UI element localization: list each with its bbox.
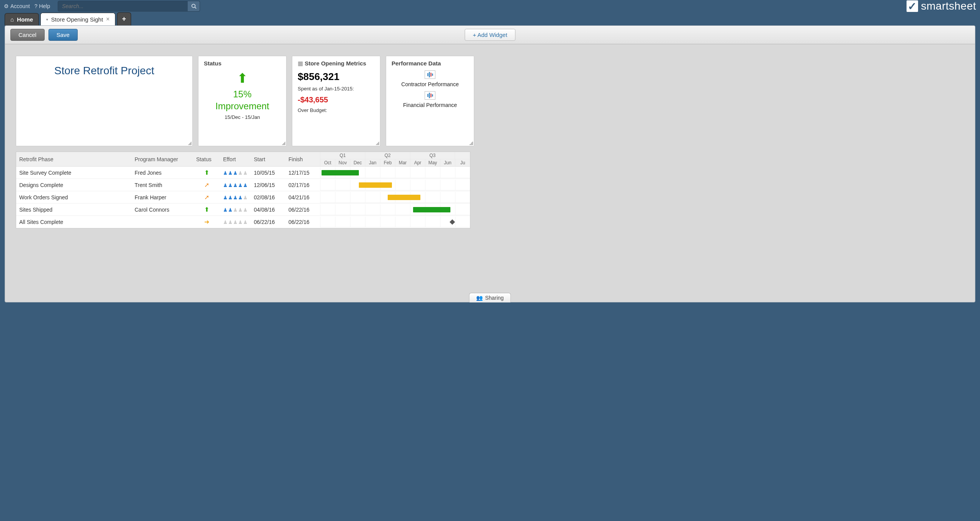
cell-pm: Carol Connors <box>132 204 193 216</box>
table-row[interactable]: Work Orders Signed Frank Harper ➚ ♟♟♟♟♟ … <box>16 191 470 204</box>
cell-finish: 06/22/16 <box>285 204 320 216</box>
cancel-button[interactable]: Cancel <box>10 29 45 41</box>
gantt-widget[interactable]: Retrofit Phase Program Manager Status Ef… <box>16 152 470 229</box>
status-arrow-icon: ➜ <box>204 219 209 225</box>
widget-row-1: Store Retrofit Project Status ⬆ 15% Impr… <box>16 56 964 146</box>
dashboard: Store Retrofit Project Status ⬆ 15% Impr… <box>5 44 975 240</box>
tab-bar: ⌂ Home ▾ Store Opening Sight × + <box>0 12 980 25</box>
account-link[interactable]: ⚙ Account <box>4 3 30 9</box>
perf-link-contractor[interactable]: Contractor Performance <box>392 81 468 87</box>
metrics-amount: $856,321 <box>298 71 375 83</box>
effort-indicator: ♟♟♟♟♟ <box>223 195 248 200</box>
col-phase[interactable]: Retrofit Phase <box>16 152 132 167</box>
gantt-row <box>320 167 470 178</box>
cell-effort: ♟♟♟♟♟ <box>220 204 251 216</box>
cell-finish: 12/17/15 <box>285 167 320 179</box>
gantt-bar <box>413 207 451 212</box>
cell-phase: Work Orders Signed <box>16 191 132 204</box>
resize-handle[interactable] <box>188 141 192 145</box>
cell-phase: Designs Complete <box>16 179 132 191</box>
sharing-label: Sharing <box>485 295 503 301</box>
chevron-down-icon[interactable]: ▾ <box>46 17 48 22</box>
perf-link-financial[interactable]: Financial Performance <box>392 102 468 108</box>
cell-timeline <box>320 179 470 191</box>
help-icon: ? <box>35 3 38 9</box>
search-input[interactable] <box>58 1 200 12</box>
gantt-bar <box>359 182 392 188</box>
gantt-q3: Q3 <box>410 152 455 159</box>
table-row[interactable]: Sites Shipped Carol Connors ⬆ ♟♟♟♟♟ 04/0… <box>16 204 470 216</box>
col-status[interactable]: Status <box>193 152 220 167</box>
cell-timeline <box>320 204 470 216</box>
resize-handle[interactable] <box>469 141 473 145</box>
gantt-row <box>320 180 470 190</box>
add-widget-button[interactable]: + Add Widget <box>465 29 515 41</box>
gantt-month: Ju <box>455 159 470 166</box>
cell-effort: ♟♟♟♟♟ <box>220 179 251 191</box>
cell-effort: ♟♟♟♟♟ <box>220 191 251 204</box>
tab-home[interactable]: ⌂ Home <box>5 13 39 25</box>
home-icon: ⌂ <box>10 16 14 23</box>
cell-phase: Site Survey Complete <box>16 167 132 179</box>
sharing-tab[interactable]: 👥 Sharing <box>469 293 511 302</box>
cell-status: ➚ <box>193 179 220 191</box>
tab-active-label: Store Opening Sight <box>51 16 103 23</box>
search-button[interactable] <box>188 1 200 12</box>
col-start[interactable]: Start <box>251 152 285 167</box>
metrics-heading: ▦ Store Opening Metrics <box>298 60 375 67</box>
save-button[interactable]: Save <box>48 29 78 41</box>
svg-line-1 <box>195 7 196 9</box>
effort-indicator: ♟♟♟♟♟ <box>223 170 248 176</box>
help-link[interactable]: ? Help <box>35 3 50 9</box>
status-arrow-icon: ➚ <box>204 194 209 200</box>
status-widget[interactable]: Status ⬆ 15% Improvement 15/Dec - 15/Jan <box>198 56 287 146</box>
col-timeline: Q1 Q2 Q3 OctNovDecJanFebMarAprMayJunJu <box>320 152 470 167</box>
tab-active[interactable]: ▾ Store Opening Sight × <box>40 13 115 25</box>
gantt-q2: Q2 <box>365 152 410 159</box>
close-icon[interactable]: × <box>106 16 110 23</box>
resize-handle[interactable] <box>282 141 285 145</box>
chart-icon <box>425 70 435 79</box>
table-row[interactable]: Site Survey Complete Fred Jones ⬆ ♟♟♟♟♟ … <box>16 167 470 179</box>
table-row[interactable]: All Sites Complete ➜ ♟♟♟♟♟ 06/22/16 06/2… <box>16 216 470 228</box>
gantt-q1: Q1 <box>320 152 365 159</box>
project-title: Store Retrofit Project <box>22 65 187 77</box>
metrics-spent-label: Spent as of Jan-15-2015: <box>298 86 375 92</box>
status-arrow-icon: ⬆ <box>204 206 209 213</box>
people-icon: 👥 <box>476 295 483 301</box>
logo-text: smartsheet <box>921 0 977 12</box>
performance-widget[interactable]: Performance Data Contractor Performance … <box>386 56 474 146</box>
gantt-row <box>320 204 470 215</box>
metrics-over-label: Over Budget: <box>298 107 375 113</box>
col-finish[interactable]: Finish <box>285 152 320 167</box>
effort-indicator: ♟♟♟♟♟ <box>223 219 248 225</box>
col-effort[interactable]: Effort <box>220 152 251 167</box>
plus-icon: + <box>122 15 126 23</box>
cell-timeline <box>320 216 470 228</box>
cell-start: 06/22/16 <box>251 216 285 228</box>
col-pm[interactable]: Program Manager <box>132 152 193 167</box>
search-icon <box>191 3 197 9</box>
chart-icon <box>425 91 435 100</box>
title-widget[interactable]: Store Retrofit Project <box>16 56 193 146</box>
cell-start: 12/06/15 <box>251 179 285 191</box>
status-word: Improvement <box>215 101 269 111</box>
cell-phase: Sites Shipped <box>16 204 132 216</box>
cell-effort: ♟♟♟♟♟ <box>220 216 251 228</box>
status-heading: Status <box>204 60 281 67</box>
resize-handle[interactable] <box>375 141 379 145</box>
cell-phase: All Sites Complete <box>16 216 132 228</box>
status-arrow-icon: ⬆ <box>204 169 209 176</box>
metrics-widget[interactable]: ▦ Store Opening Metrics $856,321 Spent a… <box>292 56 380 146</box>
gantt-quarters: Q1 Q2 Q3 <box>320 152 470 159</box>
gantt-months: OctNovDecJanFebMarAprMayJunJu <box>320 159 470 166</box>
cell-start: 04/08/16 <box>251 204 285 216</box>
table-row[interactable]: Designs Complete Trent Smith ➚ ♟♟♟♟♟ 12/… <box>16 179 470 191</box>
gantt-body: Site Survey Complete Fred Jones ⬆ ♟♟♟♟♟ … <box>16 167 470 228</box>
perf-heading: Performance Data <box>392 60 468 67</box>
cell-start: 10/05/15 <box>251 167 285 179</box>
cell-effort: ♟♟♟♟♟ <box>220 167 251 179</box>
account-label: Account <box>10 3 30 9</box>
cell-timeline <box>320 191 470 204</box>
tab-add[interactable]: + <box>117 12 131 25</box>
